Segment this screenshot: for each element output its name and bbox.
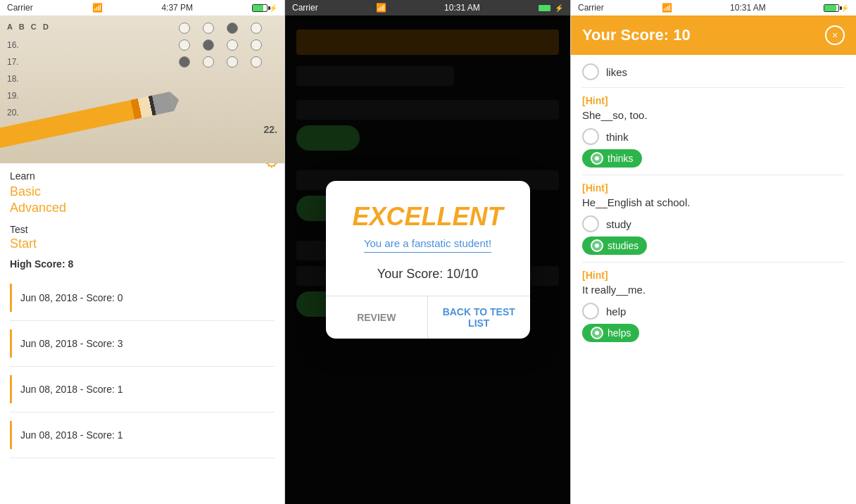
close-button[interactable]: × [825,25,845,45]
answer-row-3: [Hint] It really__me. help helps [582,270,845,342]
battery-icon-3 [824,4,839,12]
number-22: 22. [264,124,277,135]
battery-icon-2 [538,4,553,12]
bubble-grid [179,23,263,68]
nav-basic[interactable]: Basic [10,184,275,199]
score-header-text: Your Score: 10 [582,26,691,44]
modal-title: EXCELLENT [340,202,516,232]
radio-likes[interactable] [582,63,599,80]
divider-3 [582,262,845,263]
score-list: Jun 08, 2018 - Score: 0 Jun 08, 2018 - S… [10,275,275,458]
answer-row-2: [Hint] He__English at school. study stud… [582,182,845,255]
radio-help[interactable] [582,303,599,320]
studies-text: studies [608,240,638,251]
radio-think[interactable] [582,128,599,145]
battery-icon-1 [252,4,268,12]
score-item-1: Jun 08, 2018 - Score: 3 [10,321,275,367]
pencil [0,92,174,149]
carrier-3: Carrier [578,3,604,13]
modal-subtitle: You are a fanstatic student! [364,237,491,253]
option-likes-text: likes [606,66,627,78]
radio-study[interactable] [582,215,599,232]
score-item-3: Jun 08, 2018 - Score: 1 [10,412,275,458]
time-2: 10:31 AM [444,3,480,13]
time-3: 10:31 AM [730,3,766,13]
panel-modal: Carrier 📶 10:31 AM ⚡ [285,0,571,504]
radio-studies-selected [591,239,603,252]
review-button[interactable]: REVIEW [326,296,428,339]
nav-advanced[interactable]: Advanced [10,201,275,215]
score-item-2: Jun 08, 2018 - Score: 1 [10,367,275,412]
wifi-icon-2: 📶 [376,3,386,13]
test-label: Test [10,224,275,235]
time-1: 4:37 PM [161,3,193,13]
option-thinks-selected: thinks [582,149,845,168]
option-helps-selected: helps [582,324,845,342]
option-think: think [582,128,845,145]
wifi-icon-1: 📶 [92,3,103,13]
panel-score-review: Carrier 📶 10:31 AM ⚡ Your Score: 10 × li… [571,0,856,504]
modal-actions: REVIEW BACK TO TEST LIST [326,296,530,339]
status-bar-1: Carrier 📶 4:37 PM ⚡ [0,0,284,15]
bubble-letters: A B C D [7,23,49,31]
thinks-text: thinks [608,153,634,164]
divider-2 [582,175,845,175]
high-score: High Score: 8 [10,258,275,270]
studies-pill[interactable]: studies [582,237,647,255]
hint-text-3: It really__me. [582,284,845,296]
option-study: study [582,215,845,232]
option-help-text: help [606,305,626,317]
scantron-bg: A B C D [0,15,284,163]
scantron-image: A B C D [0,15,284,163]
modal-overlay: EXCELLENT You are a fanstatic student! Y… [285,15,570,504]
excellent-modal: EXCELLENT You are a fanstatic student! Y… [326,181,530,339]
test-section: Test Start [10,224,275,251]
option-study-text: study [606,218,631,230]
helps-pill[interactable]: helps [582,324,639,342]
status-bar-3: Carrier 📶 10:31 AM ⚡ [571,0,856,15]
status-bar-2: Carrier 📶 10:31 AM ⚡ [285,0,570,15]
carrier-1: Carrier [7,3,33,13]
score-item-0: Jun 08, 2018 - Score: 0 [10,275,275,321]
hint-label-1: [Hint] [582,95,845,106]
back-to-list-button[interactable]: BACK TO TEST LIST [428,296,530,339]
carrier-2: Carrier [292,3,318,13]
nav-start[interactable]: Start [10,237,275,251]
hint-text-1: She__so, too. [582,109,845,121]
thinks-pill[interactable]: thinks [582,149,642,168]
close-icon: × [832,30,838,41]
divider-1 [582,87,845,88]
option-likes: likes [582,63,845,80]
panel1-nav: Learn Basic Advanced ⚙ Test Start High S… [0,163,284,504]
hint-label-3: [Hint] [582,270,845,281]
row-numbers: 16. 17. 18. 19. 20. 21. [7,37,19,138]
hint-text-2: He__English at school. [582,196,845,208]
wifi-icon-3: 📶 [662,3,672,13]
radio-helps-selected [591,327,603,339]
option-studies-selected: studies [582,237,845,255]
answer-row-1: [Hint] She__so, too. think thinks [582,95,845,168]
score-header: Your Score: 10 × [571,15,856,55]
battery-3: ⚡ [824,4,849,12]
panel-learn: Carrier 📶 4:37 PM ⚡ A B C D [0,0,285,504]
battery-2: ⚡ [538,4,563,12]
hint-label-2: [Hint] [582,182,845,194]
modal-body: EXCELLENT You are a fanstatic student! Y… [326,181,530,296]
option-think-text: think [606,131,629,143]
quiz-background: EXCELLENT You are a fanstatic student! Y… [285,15,570,504]
learn-label: Learn [10,170,275,182]
settings-icon[interactable]: ⚙ [265,163,284,173]
battery-1: ⚡ [252,4,277,12]
modal-score: Your Score: 10/10 [340,267,516,282]
helps-text: helps [608,327,631,339]
option-help: help [582,303,845,320]
radio-thinks-selected [591,152,603,165]
answer-row-likes: likes [582,63,845,80]
answer-list[interactable]: likes [Hint] She__so, too. think thinks … [571,55,856,504]
